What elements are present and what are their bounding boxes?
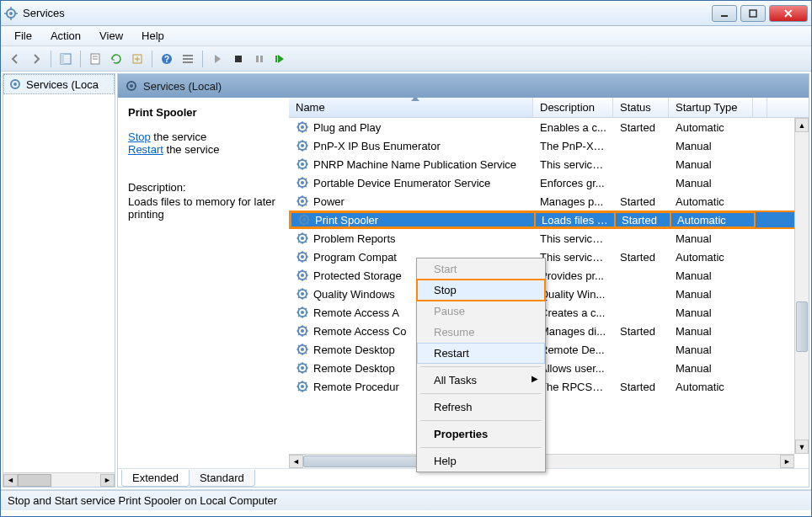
svg-line-143: [298, 327, 300, 328]
table-row[interactable]: PnP-X IP Bus EnumeratorThe PnP-X b...Man…: [289, 136, 809, 155]
table-row[interactable]: Plug and PlayEnables a c...StartedAutoma…: [289, 118, 809, 136]
col-name[interactable]: Name: [289, 98, 533, 117]
table-row[interactable]: Quality WindowsQuality Win...Manual: [289, 285, 809, 303]
services-icon: [8, 77, 22, 91]
service-gear-icon: [296, 195, 309, 208]
table-row[interactable]: Problem ReportsThis service ...Manual: [289, 229, 809, 248]
menu-view[interactable]: View: [91, 28, 131, 44]
svg-point-26: [130, 84, 133, 88]
scroll-thumb[interactable]: [796, 301, 808, 352]
forward-button[interactable]: [27, 50, 45, 68]
ctx-pause: Pause: [417, 301, 545, 322]
table-row[interactable]: PNRP Machine Name Publication ServiceThi…: [289, 155, 809, 173]
ctx-refresh[interactable]: Refresh: [417, 397, 545, 418]
help-button[interactable]: ?: [158, 50, 176, 68]
svg-line-33: [298, 123, 300, 125]
svg-line-175: [298, 390, 300, 392]
tab-extended[interactable]: Extended: [121, 470, 190, 487]
services-icon: [4, 7, 18, 20]
svg-line-65: [298, 186, 300, 188]
svg-line-84: [307, 223, 309, 225]
services-icon: [125, 79, 138, 93]
table-row[interactable]: Print SpoolerLoads files t...StartedAuto…: [289, 211, 809, 229]
ctx-properties[interactable]: Properties: [417, 424, 545, 445]
svg-text:?: ?: [164, 55, 169, 64]
ctx-all-tasks[interactable]: All Tasks▶: [417, 370, 545, 391]
restart-suffix: the service: [163, 143, 219, 156]
svg-point-108: [301, 274, 304, 277]
svg-line-74: [306, 205, 307, 206]
scroll-left-icon[interactable]: ◄: [289, 455, 303, 468]
back-button[interactable]: [6, 50, 24, 68]
svg-line-113: [298, 271, 300, 273]
scroll-right-icon[interactable]: ►: [780, 455, 794, 468]
col-status[interactable]: Status: [613, 98, 669, 117]
menu-action[interactable]: Action: [42, 28, 89, 44]
table-row[interactable]: PowerManages p...StartedAutomatic: [289, 192, 809, 211]
table-row[interactable]: Program CompatThis service ...StartedAut…: [289, 248, 809, 266]
menu-help[interactable]: Help: [133, 28, 173, 44]
service-gear-icon: [297, 213, 311, 227]
vertical-scrollbar[interactable]: ▲ ▼: [794, 118, 809, 454]
svg-line-94: [306, 242, 307, 243]
scroll-up-icon[interactable]: ▲: [795, 118, 809, 132]
svg-line-145: [298, 334, 300, 336]
menu-file[interactable]: File: [6, 28, 40, 44]
minimize-button[interactable]: [712, 5, 737, 22]
svg-line-174: [306, 390, 307, 392]
tree-hscroll[interactable]: ◄ ►: [3, 472, 115, 487]
pane-header: Services (Local): [118, 74, 809, 98]
stop-service-button[interactable]: [229, 50, 248, 68]
svg-line-114: [306, 279, 307, 280]
start-service-button[interactable]: [208, 50, 227, 68]
svg-line-35: [298, 131, 300, 132]
svg-point-38: [301, 144, 304, 147]
svg-point-158: [301, 366, 304, 370]
table-row[interactable]: Portable Device Enumerator ServiceEnforc…: [289, 173, 809, 192]
svg-line-76: [306, 197, 307, 199]
service-gear-icon: [296, 269, 309, 282]
close-button[interactable]: ✕: [769, 5, 808, 22]
statusbar: Stop and Start service Print Spooler on …: [1, 490, 811, 510]
restart-link[interactable]: Restart: [128, 143, 163, 156]
ctx-help[interactable]: Help: [417, 450, 545, 472]
svg-line-106: [306, 253, 307, 254]
tree-root-label: Services (Loca: [26, 78, 99, 91]
tree-root-item[interactable]: Services (Loca: [3, 74, 115, 94]
show-hide-tree-button[interactable]: [56, 50, 75, 68]
col-startup[interactable]: Startup Type: [669, 98, 753, 117]
properties-button[interactable]: [86, 50, 104, 68]
svg-line-54: [306, 168, 307, 169]
stop-link[interactable]: Stop: [128, 131, 151, 143]
export-button[interactable]: [128, 50, 147, 68]
svg-rect-20: [256, 56, 259, 62]
svg-line-126: [306, 290, 307, 291]
restart-service-button[interactable]: [271, 50, 290, 68]
table-row[interactable]: Remote DesktopRemote De...Manual: [289, 340, 809, 359]
ctx-resume: Resume: [417, 322, 545, 343]
table-row[interactable]: Remote ProcedurThe RPCSS s...StartedAuto…: [289, 377, 809, 396]
pause-service-button[interactable]: [250, 50, 269, 68]
table-row[interactable]: Remote DesktopAllows user...Manual: [289, 359, 809, 377]
list-button[interactable]: [179, 50, 197, 68]
ctx-restart[interactable]: Restart: [417, 343, 545, 364]
svg-rect-18: [183, 61, 193, 63]
main-area: Services (Loca ◄ ► Services (Local) Prin…: [1, 72, 811, 490]
svg-line-43: [298, 141, 300, 143]
refresh-button[interactable]: [107, 50, 126, 68]
col-description[interactable]: Description: [533, 98, 613, 117]
svg-point-128: [301, 311, 304, 314]
svg-rect-21: [260, 56, 263, 62]
svg-line-166: [306, 364, 307, 365]
svg-line-155: [298, 353, 300, 354]
table-row[interactable]: Remote Access CoManages di...StartedManu…: [289, 322, 809, 340]
maximize-button[interactable]: [740, 5, 766, 22]
tab-standard[interactable]: Standard: [189, 470, 255, 487]
table-row[interactable]: Remote Access ACreates a c...Manual: [289, 303, 809, 322]
svg-line-116: [306, 271, 307, 273]
ctx-stop[interactable]: Stop: [417, 280, 545, 301]
scroll-down-icon[interactable]: ▼: [795, 440, 809, 454]
svg-point-48: [301, 163, 304, 166]
table-row[interactable]: Protected StorageProvides pr...Manual: [289, 266, 809, 285]
svg-point-78: [302, 218, 306, 221]
